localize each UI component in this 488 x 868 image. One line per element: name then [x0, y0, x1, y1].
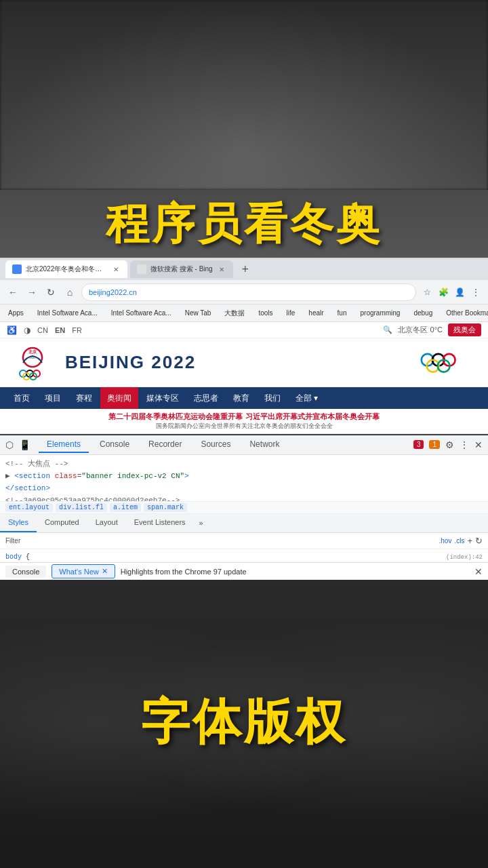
bookmark-bigdata[interactable]: 大数据 [220, 307, 249, 319]
lang-cn[interactable]: CN [37, 326, 48, 334]
devtools-inspect-icon[interactable]: ⬡ [5, 439, 14, 450]
html-line-4: <!--3a69ec05c53aa975bc4c00060d2eeb7e--> [5, 494, 483, 502]
refresh-button[interactable]: ↻ [43, 285, 58, 300]
notification-close-icon[interactable]: ✕ [474, 566, 483, 577]
nav-all[interactable]: 全部 ▾ [289, 387, 325, 409]
bookmark-programming[interactable]: programming [356, 308, 404, 318]
bookmark-fun[interactable]: fun [333, 308, 351, 318]
sp-tab-layout[interactable]: Layout [87, 514, 126, 533]
search-icon[interactable]: 🔍 [383, 326, 392, 334]
top-blurred-section [0, 0, 488, 190]
bookmark-intel-1[interactable]: Intel Software Aca... [33, 308, 102, 318]
back-button[interactable]: ← [5, 285, 20, 300]
accessibility-icon[interactable]: ♿ [7, 326, 17, 335]
bookmarks-bar: Apps Intel Software Aca... Intel Softwar… [0, 304, 488, 322]
css-rule-1: body { (index):42 [5, 552, 483, 563]
nav-thinkers[interactable]: 志思者 [187, 387, 225, 409]
bookmark-apps[interactable]: Apps [4, 308, 28, 318]
devtools-tab-console[interactable]: Console [92, 437, 138, 453]
whats-new-close[interactable]: ✕ [102, 567, 108, 576]
beijing-logo: 北京 2022 [14, 344, 52, 382]
contrast-icon[interactable]: ◑ [24, 326, 30, 335]
bookmark-other[interactable]: Other Bookmarks [442, 308, 488, 318]
browser-tab-bar: 北京2022年冬奥会和冬残奥会：... ✕ 微软搜索 搜索 - Bing ✕ + [0, 258, 488, 280]
styles-panel-tabs: Styles Computed Layout Event Listeners » [0, 514, 488, 533]
beijing-header: 北京 2022 BEIJING 2022 [0, 338, 488, 387]
styles-left-panel: Styles Computed Layout Event Listeners »… [0, 514, 488, 563]
home-button[interactable]: ⌂ [62, 285, 77, 300]
devtools-tab-elements[interactable]: Elements [39, 437, 89, 453]
news-headline: 第二十四届冬季奥林匹克运动会隆重开幕 习近平出席开幕式并宣布本届冬奥会开幕 [7, 412, 481, 422]
bookmark-intel-2[interactable]: Intel Software Aca... [107, 308, 176, 318]
nav-menu: 首页 项目 赛程 奥街闻 媒体专区 志思者 教育 我们 全部 ▾ [0, 387, 488, 409]
lang-en[interactable]: EN [55, 326, 65, 334]
url-box[interactable]: beijing2022.cn [81, 283, 416, 301]
bottom-section: 字体版权 [0, 580, 488, 865]
nav-schedule[interactable]: 赛程 [69, 387, 99, 409]
breadcrumb-item-1[interactable]: ent.layout [5, 503, 53, 512]
bottom-title: 字体版权 [141, 690, 347, 755]
devtools-more-icon[interactable]: ⋮ [460, 439, 469, 450]
nav-media[interactable]: 媒体专区 [140, 387, 186, 409]
beijing-title-text: BEIJING 2022 [65, 352, 196, 373]
devtools-close-icon[interactable]: ✕ [474, 439, 483, 450]
tab-close-1[interactable]: ✕ [111, 264, 121, 274]
profile-icon[interactable]: 👤 [453, 285, 466, 299]
add-rule-icon[interactable]: + [467, 536, 472, 546]
whats-new-tab[interactable]: What's New ✕ [52, 564, 115, 578]
devtools-tab-recorder[interactable]: Recorder [140, 437, 190, 453]
olympic-rings [420, 348, 474, 378]
breadcrumb-item-4[interactable]: span.mark [144, 503, 187, 512]
main-title-section: 程序员看冬奥 [0, 190, 488, 258]
extension-icon[interactable]: 🧩 [436, 285, 450, 299]
lang-fr[interactable]: FR [72, 326, 82, 334]
bookmark-debug[interactable]: debug [409, 308, 436, 318]
styles-panel: Styles Computed Layout Event Listeners »… [0, 514, 488, 563]
browser-tab-active[interactable]: 北京2022年冬奥会和冬残奥会：... ✕ [5, 260, 127, 278]
sp-tab-more[interactable]: » [194, 519, 209, 527]
nav-home[interactable]: 首页 [7, 387, 37, 409]
warn-badge[interactable]: 1 [429, 440, 440, 449]
devtools-settings-icon[interactable]: ⚙ [445, 439, 454, 450]
whats-new-bar: Console What's New ✕ Highlights from the… [0, 562, 488, 580]
breadcrumb-item-3[interactable]: a.item [110, 503, 141, 512]
breadcrumb-item-2[interactable]: div.list.fl [56, 503, 107, 512]
nav-news[interactable]: 奥街闻 [100, 387, 138, 409]
star-icon[interactable]: ☆ [420, 285, 434, 299]
devtools-tab-sources[interactable]: Sources [192, 437, 239, 453]
whats-new-message: Highlights from the Chrome 97 update [121, 568, 247, 576]
filter-cls[interactable]: .cls [454, 537, 464, 545]
devtools-panel: ⬡ 📱 Elements Console Recorder Sources Ne… [0, 434, 488, 580]
address-bar: ← → ↻ ⌂ beijing2022.cn ☆ 🧩 👤 ⋮ [0, 280, 488, 304]
login-button[interactable]: 残奥会 [448, 323, 481, 336]
sp-tab-eventlisteners[interactable]: Event Listeners [126, 514, 194, 533]
bookmark-healr[interactable]: healr [304, 308, 327, 318]
filter-hov[interactable]: .hov [439, 537, 452, 545]
nav-us[interactable]: 我们 [258, 387, 287, 409]
bookmark-life[interactable]: life [283, 308, 300, 318]
html-line-1: <!-- 大焦点 --> [5, 458, 483, 470]
devtools-tab-network[interactable]: Network [241, 437, 287, 453]
html-panel: <!-- 大焦点 --> ▶ <section class="banner in… [0, 455, 488, 502]
html-line-2: ▶ <section class="banner index-pc-v2 CN"… [5, 470, 483, 482]
browser-tab-inactive[interactable]: 微软搜索 搜索 - Bing ✕ [130, 260, 233, 278]
nav-education[interactable]: 教育 [226, 387, 256, 409]
new-tab-button[interactable]: + [236, 260, 255, 278]
css-file-ref: (index):42 [446, 552, 483, 563]
svg-text:北京: 北京 [28, 349, 37, 354]
console-button[interactable]: Console [5, 566, 46, 578]
styles-code: body { (index):42 font: 12px '微软雅黑', 'Mi… [0, 549, 488, 563]
nav-projects[interactable]: 项目 [38, 387, 68, 409]
error-badge[interactable]: 3 [413, 440, 424, 449]
news-banner: 第二十四届冬季奥林匹克运动会隆重开幕 习近平出席开幕式并宣布本届冬奥会开幕 国务… [0, 409, 488, 434]
bookmark-tools[interactable]: tools [254, 308, 277, 318]
refresh-styles-icon[interactable]: ↻ [475, 536, 483, 546]
tab-close-2[interactable]: ✕ [217, 264, 226, 274]
html-line-3: </section> [5, 482, 483, 494]
forward-button[interactable]: → [24, 285, 39, 300]
devtools-responsive-icon[interactable]: 📱 [19, 439, 30, 450]
sp-tab-styles[interactable]: Styles [0, 514, 37, 533]
sp-tab-computed[interactable]: Computed [37, 514, 87, 533]
menu-icon[interactable]: ⋮ [469, 285, 483, 299]
bookmark-newtab[interactable]: New Tab [181, 308, 216, 318]
